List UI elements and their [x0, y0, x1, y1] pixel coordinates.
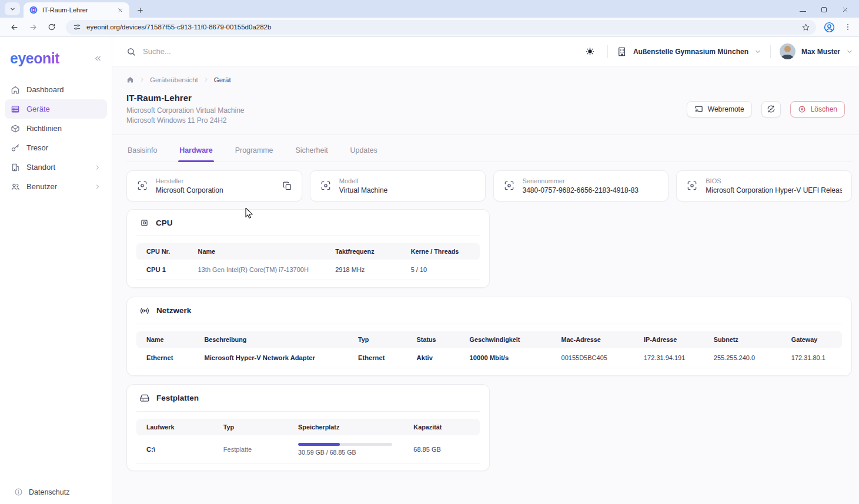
breadcrumb-geraet: Gerät — [214, 76, 231, 83]
organization-selector[interactable]: Außenstelle Gymnasium München — [617, 46, 761, 57]
delete-button[interactable]: Löschen — [790, 101, 845, 117]
scan-focus-icon — [136, 180, 148, 191]
copy-icon[interactable] — [282, 181, 292, 191]
net-cell-beschreibung: Microsoft Hyper-V Network Adapter — [194, 348, 348, 368]
disk-cell-laufwerk: C:\ — [136, 435, 213, 463]
card-bios: BIOS Microsoft Corporation Hyper-V UEFI … — [676, 170, 852, 201]
building-icon — [617, 46, 627, 57]
card-modell: Modell Virtual Machine — [310, 170, 486, 201]
scan-focus-icon — [503, 180, 515, 191]
sidebar-item-dashboard[interactable]: Dashboard — [5, 80, 107, 99]
webremote-label: Webremote — [708, 105, 744, 113]
hard-drive-icon — [139, 393, 150, 404]
site-settings-icon[interactable] — [73, 23, 81, 31]
home-icon[interactable] — [126, 76, 134, 83]
search-icon — [126, 47, 136, 56]
tab-basisinfo[interactable]: Basisinfo — [126, 144, 158, 162]
back-button[interactable] — [7, 20, 21, 34]
sync-button[interactable] — [761, 101, 781, 117]
search-input[interactable] — [143, 47, 343, 56]
cpu-col-taktfrequenz: Taktfrequenz — [325, 243, 400, 260]
user-menu[interactable]: Max Muster — [780, 43, 853, 59]
chevron-right-icon — [94, 183, 101, 190]
net-col-gateway: Gateway — [781, 331, 842, 348]
tab-search-button[interactable] — [5, 2, 20, 15]
content: Basisinfo Hardware Programme Sicherheit … — [112, 135, 859, 504]
tab-updates[interactable]: Updates — [349, 144, 379, 162]
toolbar-right — [823, 21, 853, 33]
tab-hardware[interactable]: Hardware — [178, 144, 213, 162]
window-minimize-button[interactable] — [799, 6, 806, 13]
cpu-cell-nr: CPU 1 — [136, 260, 188, 280]
disk-usage-bar-fill — [298, 443, 340, 446]
theme-toggle-icon[interactable] — [582, 43, 599, 60]
sidebar-collapse-icon[interactable] — [93, 54, 102, 63]
window-close-button[interactable] — [841, 6, 848, 13]
disk-cell-kapazitaet: 68.85 GB — [403, 435, 480, 463]
network-panel-title: Netzwerk — [156, 306, 191, 315]
disk-cell-typ: Festplatte — [213, 435, 288, 463]
sidebar-item-standort[interactable]: Standort — [5, 157, 107, 177]
net-col-name: Name — [136, 331, 194, 348]
sidebar-item-label: Standort — [26, 163, 55, 172]
eyeonit-logo[interactable]: eyeonit — [10, 50, 59, 67]
webremote-button[interactable]: Webremote — [687, 101, 752, 117]
page-head: Geräteübersicht Gerät IT-Raum-Lehrer Mic… — [112, 66, 859, 135]
browser-tab[interactable]: IT-Raum-Lehrer — [24, 2, 129, 18]
net-cell-name: Ethernet — [136, 348, 194, 368]
sidebar-item-label: Dashboard — [26, 85, 64, 94]
bookmark-star-icon[interactable] — [801, 23, 810, 32]
x-circle-icon — [798, 105, 806, 113]
box-icon — [11, 124, 20, 133]
card-value: Microsoft Corporation — [156, 186, 223, 194]
reload-button[interactable] — [45, 20, 59, 34]
sidebar-item-tresor[interactable]: Tresor — [5, 138, 107, 157]
sidebar-item-richtlinien[interactable]: Richtlinien — [5, 119, 107, 138]
cpu-col-nr: CPU Nr. — [136, 243, 188, 260]
card-label: BIOS — [706, 177, 842, 184]
header-divider — [770, 45, 771, 58]
device-actions: Webremote Löschen — [687, 101, 845, 117]
page-title: IT-Raum-Lehrer — [126, 93, 245, 103]
card-value: Microsoft Corporation Hyper-V UEFI Relea… — [706, 186, 842, 194]
sidebar-nav: Dashboard Geräte Richtlinien Tresor — [0, 80, 112, 196]
breadcrumb-geraeteuebersicht[interactable]: Geräteübersicht — [150, 76, 198, 83]
network-table-row: Ethernet Microsoft Hyper-V Network Adapt… — [136, 348, 842, 368]
cpu-cell-taktfrequenz: 2918 MHz — [325, 260, 400, 280]
disks-panel: Festplatten Laufwerk Typ Speicherplatz K… — [126, 384, 490, 471]
key-icon — [11, 143, 20, 153]
browser-menu-icon[interactable] — [844, 23, 852, 31]
chevron-down-icon — [754, 48, 761, 55]
tab-close-icon[interactable] — [115, 5, 125, 15]
tab-sicherheit[interactable]: Sicherheit — [295, 144, 329, 162]
net-col-beschreibung: Beschreibung — [194, 331, 348, 348]
net-cell-typ: Ethernet — [348, 348, 407, 368]
url-bar[interactable]: eyeonit.org/devices/71587f55-c913-11f0-8… — [66, 20, 816, 35]
net-cell-mac-adresse: 00155D5BC405 — [552, 348, 634, 368]
user-avatar — [780, 43, 796, 59]
url-text[interactable]: eyeonit.org/devices/71587f55-c913-11f0-8… — [86, 23, 796, 31]
disks-table-header: Laufwerk Typ Speicherplatz Kapazität — [136, 419, 480, 435]
disks-table: Laufwerk Typ Speicherplatz Kapazität C:\… — [136, 419, 480, 463]
devices-table-icon — [11, 105, 20, 114]
card-value: Virtual Machine — [339, 186, 388, 194]
sidebar-item-benutzer[interactable]: Benutzer — [5, 177, 107, 196]
sidebar-item-geraete[interactable]: Geräte — [5, 99, 107, 119]
sidebar: eyeonit Dashboard Geräte — [0, 37, 112, 504]
cpu-table-row: CPU 1 13th Gen Intel(R) Core(TM) i7-1370… — [136, 260, 480, 280]
net-cell-geschwindigkeit: 10000 Mbit/s — [460, 348, 552, 368]
window-maximize-button[interactable] — [820, 6, 827, 13]
cpu-cell-name: 13th Gen Intel(R) Core(TM) i7-13700H — [188, 260, 326, 280]
disk-col-laufwerk: Laufwerk — [136, 419, 213, 435]
tab-programme[interactable]: Programme — [234, 144, 275, 162]
organization-name: Außenstelle Gymnasium München — [633, 48, 748, 56]
net-cell-subnetz: 255.255.240.0 — [704, 348, 781, 368]
search-bar[interactable] — [126, 47, 373, 56]
card-seriennummer: Seriennummer 3480-0757-9682-6656-2183-49… — [493, 170, 669, 201]
datenschutz-link[interactable]: Datenschutz — [14, 488, 69, 496]
card-label: Hersteller — [156, 177, 223, 184]
info-cards: Hersteller Microsoft Corporation Modell … — [126, 170, 852, 201]
browser-profile-icon[interactable] — [823, 21, 835, 33]
forward-button[interactable] — [26, 20, 40, 34]
new-tab-icon[interactable] — [136, 6, 144, 14]
